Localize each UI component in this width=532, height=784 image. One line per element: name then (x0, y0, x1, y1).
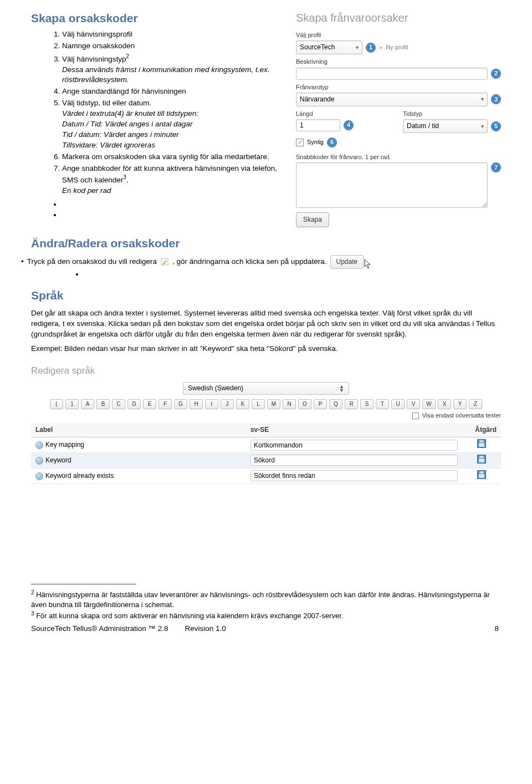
cell-sv (246, 437, 462, 453)
alpha-key-A[interactable]: A (81, 399, 94, 409)
globe-icon (35, 441, 43, 449)
alpha-key-1[interactable]: 1 (65, 399, 79, 409)
alpha-key-K[interactable]: K (236, 399, 249, 409)
updown-icon: ▲▼ (339, 385, 344, 393)
empty-bullet-2 (53, 269, 501, 280)
alpha-bar: (1ABCDEFGHIJKLMNOPQRSTUVWXYZ (31, 399, 501, 409)
alpha-key-J[interactable]: J (221, 399, 234, 409)
crumb-new-profile[interactable]: Ny profil (386, 43, 408, 52)
footnote-rule (31, 584, 136, 584)
cell-label: Keyword (31, 452, 246, 468)
alpha-key-T[interactable]: T (376, 399, 389, 409)
label-quickcodes: Snabbkoder för frånvaro, 1 per rad (296, 153, 501, 161)
step-1: Välj hänvisningsprofil (62, 29, 283, 40)
update-button[interactable]: Update (330, 255, 364, 269)
th-sv: sv-SE (246, 423, 462, 437)
step-4-text: Ange standardlängd för hänvisningen (62, 87, 186, 95)
save-icon[interactable] (477, 455, 486, 464)
alpha-key-I[interactable]: I (205, 399, 218, 409)
label-profile: Välj profil (296, 31, 501, 39)
cell-action (462, 452, 501, 468)
step-6-text: Markera om orsakskoden ska vara synlig f… (62, 152, 269, 161)
untranslated-checkbox[interactable] (412, 413, 419, 419)
step-3-text-a: Välj hänvisningstyp (62, 55, 126, 63)
save-icon[interactable] (477, 470, 486, 479)
translation-input[interactable] (250, 440, 458, 451)
alpha-key-E[interactable]: E (143, 399, 156, 409)
label-timetype: Tidstyp (403, 110, 501, 118)
label-description: Beskrivning (296, 58, 501, 66)
alpha-key-Z[interactable]: Z (469, 399, 482, 409)
step-5-text-a: Välj tidstyp, tid eller datum. (62, 99, 151, 107)
cell-label: Key mapping (31, 437, 246, 453)
alpha-key-M[interactable]: M (267, 399, 280, 409)
badge-2: 2 (491, 69, 501, 79)
cell-sv (246, 468, 462, 483)
step-7-post: . (126, 176, 129, 184)
step-3-text-b: Dessa används främst i kommunikation med… (62, 65, 269, 84)
language-select[interactable]: Swedish (Sweden) ▲▼ (183, 382, 349, 395)
alpha-key-B[interactable]: B (96, 399, 110, 409)
alpha-key-Y[interactable]: Y (453, 399, 467, 409)
alpha-key-G[interactable]: G (174, 399, 187, 409)
empty-bullets (31, 200, 283, 221)
footnote-2: 2 Hänvisningstyperna är fastställda utav… (31, 589, 501, 610)
th-action: Åtgärd (462, 423, 501, 437)
alpha-key-S[interactable]: S (360, 399, 374, 409)
table-row: Keyword (31, 452, 501, 468)
alpha-key-V[interactable]: V (407, 399, 420, 409)
timetype-select[interactable]: Datum / tid ▾ (403, 119, 488, 133)
alpha-key-C[interactable]: C (112, 399, 125, 409)
chevron-down-icon: ▾ (356, 44, 359, 52)
footer-left: SourceTech Tellus® Administration ™ 2.8 (31, 624, 168, 634)
visible-label: Synlig (307, 138, 324, 146)
footnote-3: 3 För att kunna skapa ord som aktiverar … (31, 610, 501, 622)
length-input[interactable] (296, 119, 340, 131)
badge-6: 6 (327, 138, 337, 147)
alpha-key-F[interactable]: F (158, 399, 172, 409)
chevron-down-icon: ▾ (481, 95, 484, 103)
translation-input[interactable] (250, 455, 458, 466)
step-3: Välj hänvisningstyp2 Dessa används främs… (62, 53, 283, 85)
absence-type-value: Närvarande (300, 95, 335, 104)
table-row: Keyword already exists (31, 468, 501, 483)
alpha-key-N[interactable]: N (283, 399, 296, 409)
alpha-key-R[interactable]: R (345, 399, 358, 409)
label-absence-type: Frånvarotyp (296, 83, 501, 91)
profile-select[interactable]: SourceTech ▾ (296, 40, 362, 54)
step-6: Markera om orsakskoden ska vara synlig f… (62, 152, 283, 162)
alpha-key-U[interactable]: U (391, 399, 405, 409)
alpha-key-D[interactable]: D (127, 399, 141, 409)
footer-page: 8 (494, 624, 501, 634)
badge-1: 1 (366, 43, 376, 53)
lang-editor-panel: Redigera språk Swedish (Sweden) ▲▼ (1ABC… (31, 364, 501, 483)
pencil-icon[interactable] (160, 258, 169, 267)
cell-sv (246, 452, 462, 468)
step-7: Ange snabbkoder för att kunna aktivera h… (62, 164, 283, 196)
alpha-key-([interactable]: ( (50, 399, 63, 409)
alpha-key-O[interactable]: O (298, 399, 311, 409)
step-2: Namnge orsakskoden (62, 41, 283, 52)
quickcodes-textarea[interactable] (296, 162, 488, 208)
untranslated-filter[interactable]: Visa endast oöversatta texter (31, 411, 501, 420)
step-3-sup: 2 (126, 53, 130, 59)
translation-input[interactable] (250, 470, 458, 481)
create-button[interactable]: Skapa (296, 212, 329, 227)
alpha-key-W[interactable]: W (422, 399, 436, 409)
alpha-key-L[interactable]: L (252, 399, 265, 409)
save-icon[interactable] (477, 439, 486, 448)
alpha-key-P[interactable]: P (314, 399, 327, 409)
profile-value: SourceTech (300, 43, 335, 52)
description-input[interactable] (296, 68, 488, 80)
alpha-key-Q[interactable]: Q (329, 399, 342, 409)
footnote-2-text: Hänvisningstyperna är fastställda utav l… (31, 590, 490, 609)
cursor-icon (364, 258, 372, 269)
visible-checkbox[interactable]: ✓ (296, 139, 304, 146)
alpha-key-H[interactable]: H (190, 399, 203, 409)
table-row: Key mapping (31, 437, 501, 453)
form-panel: Skapa frånvaroorsaker Välj profil Source… (296, 10, 501, 227)
badge-5: 5 (491, 121, 501, 131)
step-7-text-b: En kod per rad (62, 186, 111, 195)
absence-type-select[interactable]: Närvarande ▾ (296, 93, 488, 106)
alpha-key-X[interactable]: X (438, 399, 451, 409)
